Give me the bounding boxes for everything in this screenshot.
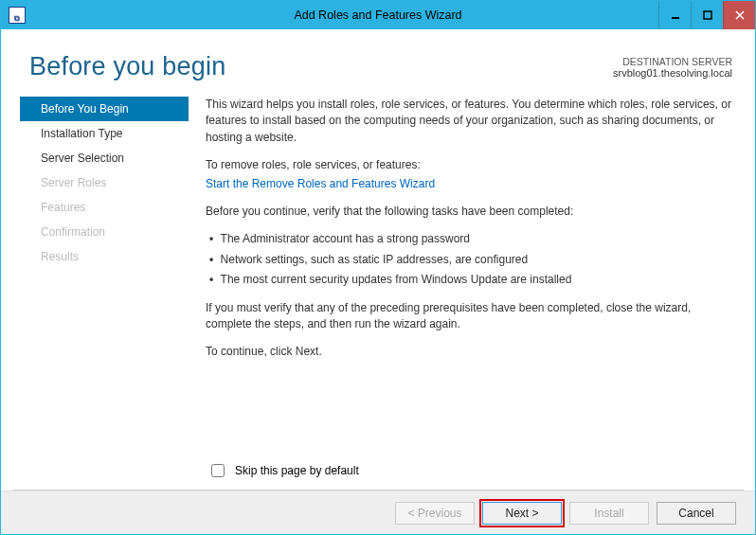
step-server-selection[interactable]: Server Selection <box>20 146 189 170</box>
skip-page-label: Skip this page by default <box>235 464 359 477</box>
verify-heading: Before you continue, verify that the fol… <box>206 204 732 220</box>
step-label: Installation Type <box>41 127 123 140</box>
window-buttons <box>658 1 755 29</box>
window-title: Add Roles and Features Wizard <box>1 9 755 22</box>
step-label: Results <box>41 250 79 263</box>
remove-roles-link[interactable]: Start the Remove Roles and Features Wiza… <box>206 177 435 190</box>
svg-rect-1 <box>704 11 711 19</box>
remove-heading: To remove roles, role services, or featu… <box>206 157 732 173</box>
cancel-button[interactable]: Cancel <box>657 502 736 525</box>
prereq-list: The Administrator account has a strong p… <box>206 231 732 288</box>
main-panel: This wizard helps you install roles, rol… <box>206 91 732 455</box>
continue-note: To continue, click Next. <box>206 344 732 360</box>
step-results: Results <box>20 244 189 269</box>
step-label: Features <box>41 201 85 214</box>
content-area: Before you begin DESTINATION SERVER srvb… <box>1 29 755 534</box>
intro-text: This wizard helps you install roles, rol… <box>206 97 732 146</box>
install-button: Install <box>569 502 649 525</box>
step-features: Features <box>20 195 189 220</box>
prereq-item: Network settings, such as static IP addr… <box>209 252 732 268</box>
wizard-window: ⧉ Add Roles and Features Wizard Before y… <box>0 0 756 535</box>
page-title: Before you begin <box>29 52 613 81</box>
footer-buttons: < Previous Next > Install Cancel <box>1 490 755 534</box>
destination-name: srvblog01.thesolving.local <box>613 67 732 79</box>
destination-block: DESTINATION SERVER srvblog01.thesolving.… <box>613 56 732 79</box>
close-button[interactable] <box>723 1 755 29</box>
step-label: Before You Begin <box>41 102 129 116</box>
step-label: Server Roles <box>41 176 106 189</box>
previous-button: < Previous <box>395 502 475 525</box>
prereq-item: The Administrator account has a strong p… <box>209 231 732 247</box>
skip-page-checkbox[interactable] <box>211 464 225 477</box>
step-installation-type[interactable]: Installation Type <box>20 121 189 146</box>
minimize-button[interactable] <box>658 1 691 29</box>
verify-note: If you must verify that any of the prece… <box>206 300 732 333</box>
destination-label: DESTINATION SERVER <box>613 56 732 67</box>
step-label: Confirmation <box>41 225 105 239</box>
skip-row: Skip this page by default <box>1 455 755 490</box>
step-confirmation: Confirmation <box>20 220 189 244</box>
step-before-you-begin[interactable]: Before You Begin <box>20 97 189 121</box>
maximize-button[interactable] <box>691 1 723 29</box>
app-icon: ⧉ <box>9 7 26 24</box>
header-row: Before you begin DESTINATION SERVER srvb… <box>1 29 755 91</box>
next-button[interactable]: Next > <box>482 502 562 525</box>
body-row: Before You Begin Installation Type Serve… <box>1 91 755 455</box>
prereq-item: The most current security updates from W… <box>209 272 732 288</box>
titlebar: ⧉ Add Roles and Features Wizard <box>1 1 755 29</box>
step-label: Server Selection <box>41 152 124 165</box>
step-server-roles: Server Roles <box>20 170 189 195</box>
wizard-steps-sidebar: Before You Begin Installation Type Serve… <box>20 97 189 455</box>
